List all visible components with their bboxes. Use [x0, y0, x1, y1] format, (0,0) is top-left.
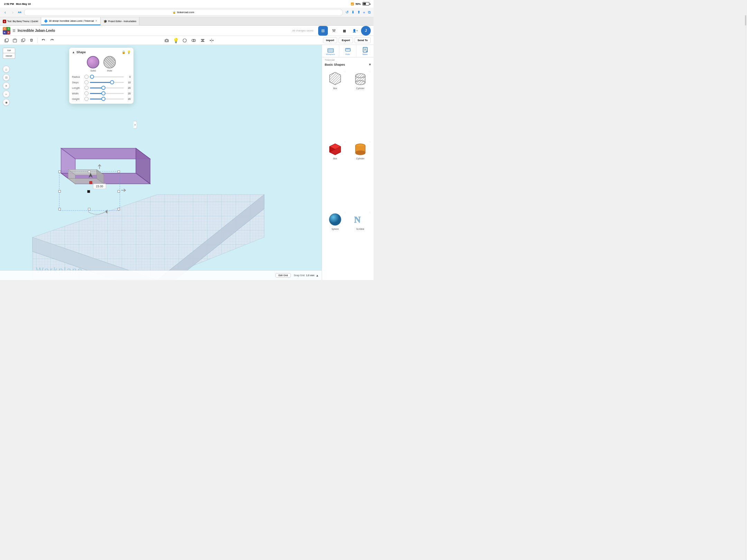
shape-a-tool[interactable]: [181, 37, 188, 44]
width-circle-control[interactable]: [84, 91, 89, 95]
align-tool[interactable]: [199, 37, 206, 44]
copy-button[interactable]: [3, 37, 10, 44]
light-shape-button[interactable]: 💡: [127, 50, 131, 54]
camera-tool[interactable]: [163, 37, 170, 44]
favorite-star-2[interactable]: ☆: [369, 70, 371, 73]
battery-icon: [362, 2, 369, 6]
panel-category: Tinkercad: [325, 59, 334, 61]
panel-title: Basic Shapes: [325, 63, 345, 66]
light-tool[interactable]: 💡: [172, 37, 179, 44]
home-button[interactable]: ⌂: [3, 66, 10, 73]
panel-dropdown-arrow[interactable]: ▾: [369, 63, 371, 66]
zoom-in-button[interactable]: +: [3, 82, 10, 89]
steps-label: Steps: [72, 81, 83, 84]
snap-grid-value: 1.0 mm: [306, 274, 314, 277]
toolbar: 💡 Import Export Send To: [0, 36, 374, 45]
favorite-star-6[interactable]: ☆: [369, 211, 371, 214]
back-button[interactable]: ‹: [3, 10, 8, 15]
canvas-area[interactable]: 23.00 Workplane TOP FRONT ⌂ ⊡ + −: [0, 45, 322, 280]
delete-button[interactable]: [28, 37, 35, 44]
shape-card-cylinder-1[interactable]: ☆ Cylinder: [349, 69, 372, 138]
tab-tinkercad[interactable]: 🔷 3D design Incredible Jaban-Leelo | Tin…: [41, 17, 100, 25]
radius-circle-control[interactable]: [84, 75, 89, 79]
hole-shape-circle[interactable]: [103, 56, 116, 68]
radius-slider[interactable]: [90, 76, 124, 77]
lock-shape-button[interactable]: 🔒: [122, 50, 126, 54]
width-slider[interactable]: [90, 93, 124, 94]
address-bar[interactable]: 🔒 tinkercad.com: [24, 9, 342, 16]
send-to-button[interactable]: Send To: [354, 37, 371, 43]
reload-button[interactable]: ↺: [345, 10, 349, 15]
zoom-out-button[interactable]: −: [3, 91, 10, 97]
shape-b-tool[interactable]: [190, 37, 197, 44]
logo-t: T: [3, 27, 7, 31]
shape-card-box-2[interactable]: ☆ Box: [323, 139, 347, 208]
view-mode-button[interactable]: ◉: [3, 99, 10, 106]
view-cube[interactable]: TOP FRONT: [3, 48, 17, 62]
profile-avatar[interactable]: J: [361, 26, 371, 36]
view-cube-front[interactable]: FRONT: [3, 53, 15, 59]
hole-option[interactable]: Hole: [103, 56, 116, 72]
reader-mode-button[interactable]: AA: [18, 11, 21, 13]
favorite-star-4[interactable]: ☆: [369, 140, 371, 143]
menu-icon[interactable]: ☰: [12, 29, 16, 32]
svg-rect-37: [118, 208, 120, 210]
height-circle-control[interactable]: [84, 97, 89, 101]
shape-card-scribble[interactable]: ☆ N Scribble: [349, 210, 372, 279]
tabs-button[interactable]: ⧉: [368, 10, 371, 15]
length-slider[interactable]: [90, 87, 124, 88]
tool-view-button[interactable]: ⚒: [329, 26, 339, 36]
steps-circle-control[interactable]: [84, 80, 89, 84]
solid-shape-circle[interactable]: [87, 56, 99, 68]
time-display: 2:52 PM: [4, 2, 14, 6]
share-button[interactable]: ⬆: [357, 10, 360, 15]
favorite-star-5[interactable]: ☆: [344, 211, 346, 214]
notes-tool-label: Notes: [362, 53, 367, 55]
popup-collapse-arrow[interactable]: ▲: [72, 50, 75, 54]
forward-button[interactable]: ›: [10, 10, 15, 15]
battery-display: 50%: [356, 2, 361, 6]
height-slider[interactable]: [90, 99, 124, 100]
notes-tool[interactable]: Notes: [357, 45, 374, 57]
new-tab-button[interactable]: +: [363, 10, 365, 15]
solid-option[interactable]: Solid: [87, 56, 99, 72]
add-user-button[interactable]: 👤+: [350, 26, 360, 36]
snap-grid-arrow[interactable]: ▲: [316, 274, 319, 277]
view-cube-top[interactable]: TOP: [3, 48, 15, 53]
panel-toggle-arrow[interactable]: ›: [133, 121, 137, 129]
workplane-tool[interactable]: Workplane: [322, 45, 339, 57]
shape-card-sphere[interactable]: ☆ Sphere: [323, 210, 347, 279]
ruler-tool[interactable]: Ruler: [339, 45, 357, 57]
fit-selection-button[interactable]: ⊡: [3, 74, 10, 81]
design-view-button[interactable]: ◼: [340, 26, 349, 36]
tab-quizlet[interactable]: Q Test: Big Bang Theory | Quizlet: [0, 17, 41, 25]
edit-grid-button[interactable]: Edit Grid: [275, 273, 291, 278]
snap-grid-label: Snap Grid: [294, 274, 305, 277]
export-button[interactable]: Export: [339, 37, 353, 43]
mirror-tool[interactable]: [208, 37, 215, 44]
svg-point-66: [356, 81, 365, 85]
length-circle-control[interactable]: [84, 86, 89, 90]
shape-card-box-1[interactable]: ☆ Box: [323, 69, 347, 138]
toolbar-center: 💡: [56, 37, 322, 44]
tab-instructables[interactable]: 🎓 Project Editor - Instructables: [101, 17, 140, 25]
paste-button[interactable]: [11, 37, 19, 44]
favorite-star-1[interactable]: ☆: [344, 70, 346, 73]
tab-close-button[interactable]: ✕: [95, 19, 98, 22]
duplicate-button[interactable]: [19, 37, 27, 44]
snap-grid-control[interactable]: Snap Grid 1.0 mm ▲: [294, 274, 319, 277]
svg-point-7: [183, 39, 186, 42]
date-display: Mon May 10: [16, 2, 31, 6]
favorite-star-3[interactable]: ☆: [344, 140, 346, 143]
box-shape-name-2: Box: [333, 157, 337, 160]
svg-rect-35: [58, 208, 61, 210]
import-button[interactable]: Import: [323, 37, 337, 43]
grid-view-button[interactable]: ⊞: [318, 26, 328, 36]
shape-card-cylinder-2[interactable]: ☆ Cylinder: [349, 139, 372, 208]
download-button[interactable]: ⬇: [351, 10, 354, 15]
undo-button[interactable]: [40, 37, 47, 44]
redo-button[interactable]: [48, 37, 56, 44]
steps-slider[interactable]: [90, 82, 124, 83]
shape-params: Radius 0 Steps 10: [72, 75, 131, 101]
project-title[interactable]: Incredible Jaban-Leelo: [18, 29, 290, 32]
